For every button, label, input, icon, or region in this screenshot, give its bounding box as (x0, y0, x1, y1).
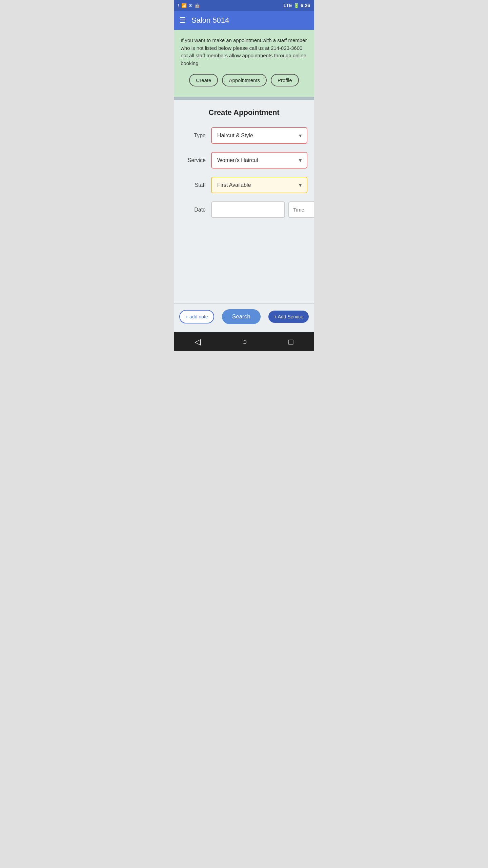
type-select-wrapper: Haircut & Style Color Treatment Blowout … (211, 127, 307, 144)
profile-button[interactable]: Profile (271, 74, 299, 86)
time-input[interactable] (288, 201, 314, 218)
staff-select-wrapper: First Available Stylist 1 Stylist 2 Styl… (211, 177, 307, 193)
clock: 6:26 (301, 3, 310, 8)
date-row: Date (181, 201, 307, 218)
app-title: Salon 5014 (191, 16, 229, 25)
staff-select[interactable]: First Available Stylist 1 Stylist 2 Styl… (211, 177, 307, 193)
home-button[interactable]: ○ (242, 337, 247, 347)
type-select[interactable]: Haircut & Style Color Treatment Blowout (211, 127, 307, 144)
service-select-wrapper: Women's Haircut Men's Haircut Children's… (211, 152, 307, 169)
status-right-info: LTE 🔋 6:26 (284, 3, 310, 8)
date-input[interactable] (211, 201, 285, 218)
android-icon: 🤖 (195, 3, 200, 8)
type-label: Type (181, 133, 211, 139)
add-note-button[interactable]: + add note (179, 310, 214, 323)
navigation-bar: ◁ ○ □ (174, 332, 314, 351)
status-left-icons: ! 📶 ✉ 🤖 (178, 3, 200, 8)
form-title: Create Appointment (181, 108, 307, 117)
message-icon: ✉ (189, 3, 192, 8)
info-text: If you want to make an appointment with … (181, 37, 307, 67)
recent-apps-button[interactable]: □ (288, 337, 293, 347)
service-label: Service (181, 157, 211, 163)
banner-buttons: Create Appointments Profile (181, 74, 307, 86)
appointments-button[interactable]: Appointments (222, 74, 267, 86)
date-label: Date (181, 207, 211, 213)
section-divider (174, 97, 314, 100)
add-service-button[interactable]: + Add Service (268, 311, 309, 323)
staff-row: Staff First Available Stylist 1 Stylist … (181, 177, 307, 193)
back-button[interactable]: ◁ (195, 337, 201, 347)
battery-icon: 🔋 (293, 3, 299, 8)
status-bar: ! 📶 ✉ 🤖 LTE 🔋 6:26 (174, 0, 314, 11)
signal-icon: 📶 (181, 3, 187, 8)
app-header: ☰ Salon 5014 (174, 11, 314, 30)
service-row: Service Women's Haircut Men's Haircut Ch… (181, 152, 307, 169)
notification-icon: ! (178, 3, 179, 8)
create-appointment-section: Create Appointment Type Haircut & Style … (174, 100, 314, 303)
network-type: LTE (284, 3, 292, 8)
date-inputs-container (211, 201, 314, 218)
service-select[interactable]: Women's Haircut Men's Haircut Children's… (211, 152, 307, 169)
search-button[interactable]: Search (222, 309, 261, 324)
info-banner: If you want to make an appointment with … (174, 30, 314, 97)
bottom-action-bar: + add note Search + Add Service (174, 303, 314, 332)
staff-label: Staff (181, 182, 211, 188)
menu-button[interactable]: ☰ (179, 16, 186, 25)
type-row: Type Haircut & Style Color Treatment Blo… (181, 127, 307, 144)
create-button[interactable]: Create (189, 74, 218, 86)
